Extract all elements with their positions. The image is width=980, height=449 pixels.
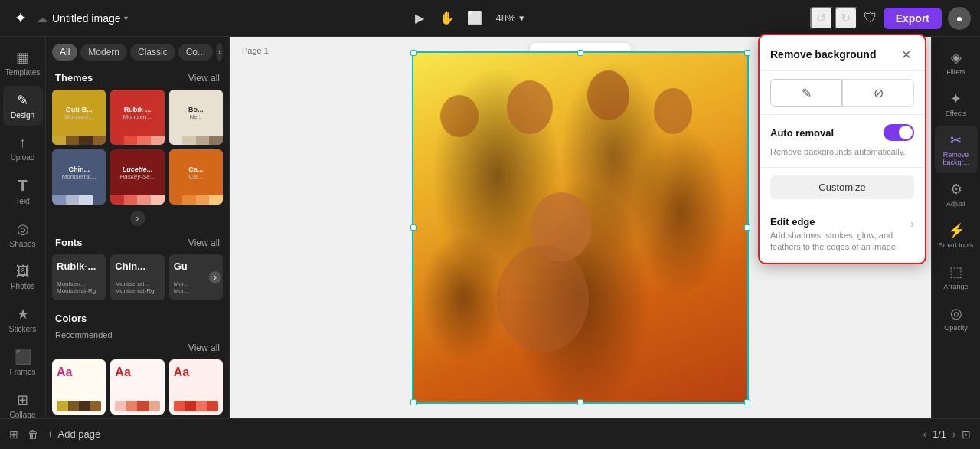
smart-tools-icon: ⚡: [948, 222, 965, 239]
add-page-btn[interactable]: + Add page: [47, 428, 100, 440]
theme-card-4[interactable]: Lucette... Haskey-Se...: [110, 149, 164, 205]
fit-icon[interactable]: ⊡: [962, 428, 971, 441]
auto-removal-toggle[interactable]: [884, 124, 914, 141]
filter-more-btn[interactable]: Co...: [178, 44, 213, 61]
filter-expand-btn[interactable]: ›: [216, 43, 223, 61]
bottom-trash-icon[interactable]: 🗑: [28, 428, 38, 441]
remove-bg-tab-erase[interactable]: ⊘: [842, 79, 914, 107]
sidebar-label-text: Text: [15, 197, 29, 205]
sidebar-item-templates[interactable]: ▦ Templates: [3, 43, 43, 83]
frame-tool-btn[interactable]: ⬜: [462, 6, 487, 31]
handle-top-left[interactable]: [410, 50, 416, 56]
filter-modern-btn[interactable]: Modern: [80, 44, 127, 61]
right-panel-opacity[interactable]: ◎ Opacity: [935, 299, 978, 339]
zoom-control[interactable]: 48% ▾: [490, 9, 531, 27]
theme-card-5[interactable]: Ca... Cle...: [169, 149, 223, 205]
right-panel-filters[interactable]: ◈ Filters: [935, 43, 978, 83]
auto-removal-header: Auto removal: [770, 124, 914, 141]
right-panel-arrange[interactable]: ⬚ Arrange: [935, 257, 978, 297]
handle-bottom-left[interactable]: [410, 399, 416, 405]
avatar[interactable]: ●: [948, 7, 971, 30]
filters-icon: ◈: [951, 49, 962, 66]
sidebar-label-collage: Collage: [10, 411, 36, 418]
remove-bg-panel-title: Remove background: [770, 48, 876, 61]
right-panel-smart-tools[interactable]: ⚡ Smart tools: [935, 216, 978, 256]
handle-bottom-right[interactable]: [744, 399, 750, 405]
page-label: Page 1: [242, 46, 269, 55]
handle-top-right[interactable]: [744, 50, 750, 56]
theme-card-1[interactable]: Rubik-... Montserr...: [110, 90, 164, 145]
handle-middle-left[interactable]: [410, 224, 416, 231]
customize-btn[interactable]: Customize: [770, 175, 914, 199]
sidebar-item-text[interactable]: T Text: [3, 171, 43, 211]
font-card-0[interactable]: Rubik-... Montserr... Montserrat-Rg: [52, 254, 106, 300]
hand-tool-btn[interactable]: ✋: [435, 6, 459, 31]
remove-bg-tab-edit[interactable]: ✎: [770, 79, 842, 107]
filter-classic-btn[interactable]: Classic: [130, 44, 175, 61]
filter-all-btn[interactable]: All: [52, 44, 77, 61]
handle-top-middle[interactable]: [577, 50, 583, 56]
right-panel-remove-bg[interactable]: ✂ Remove backgr...: [935, 126, 978, 174]
edit-edge-title: Edit edge: [770, 216, 910, 228]
theme-palette-5: [169, 195, 223, 205]
sidebar-item-upload[interactable]: ↑ Upload: [3, 129, 43, 168]
right-panel-effects[interactable]: ✦ Effects: [935, 84, 978, 124]
page-counter: 1/1: [933, 428, 946, 440]
themes-expand-btn[interactable]: ›: [130, 211, 145, 226]
colors-title: Colors: [55, 313, 87, 324]
theme-card-2[interactable]: Bo... Ne...: [169, 90, 223, 145]
shapes-icon: ◎: [17, 221, 29, 238]
colors-view-all[interactable]: View all: [188, 342, 220, 353]
add-page-label: Add page: [58, 428, 101, 440]
page-prev-btn[interactable]: ‹: [923, 429, 926, 440]
sidebar-item-collage[interactable]: ⊞ Collage: [3, 385, 43, 418]
sidebar-item-shapes[interactable]: ◎ Shapes: [3, 215, 43, 254]
bottom-grid-icon[interactable]: ⊞: [9, 428, 18, 441]
edit-edge-chevron-icon: ›: [910, 218, 914, 230]
sidebar-item-photos[interactable]: 🖼 Photos: [3, 257, 43, 297]
handle-bottom-middle[interactable]: [577, 399, 583, 405]
fonts-view-all[interactable]: View all: [188, 238, 220, 248]
page-next-btn[interactable]: ›: [952, 429, 956, 440]
theme-palette-1: [110, 136, 164, 145]
doc-title[interactable]: Untitled image ▾: [52, 12, 128, 25]
theme-card-3[interactable]: Chin... Montserrat...: [52, 149, 106, 205]
color-card-0[interactable]: Aa: [52, 359, 106, 415]
theme-card-0[interactable]: Guti-B... Montserr...: [52, 90, 106, 145]
sidebar-item-frames[interactable]: ⬛ Frames: [3, 342, 43, 382]
themes-header: Themes View all: [46, 66, 229, 87]
sidebar-label-shapes: Shapes: [10, 240, 36, 248]
select-tool-btn[interactable]: ▶: [407, 6, 432, 31]
bottom-bar: ⊞ 🗑 + Add page ‹ 1/1 › ⊡: [0, 418, 980, 449]
templates-icon: ▦: [16, 49, 29, 66]
sidebar-item-stickers[interactable]: ★ Stickers: [3, 300, 43, 339]
themes-view-all[interactable]: View all: [188, 73, 220, 84]
auto-removal-title: Auto removal: [770, 127, 834, 139]
sidebar-label-design: Design: [11, 111, 34, 120]
right-panel-adjust[interactable]: ⚙ Adjust: [935, 175, 978, 215]
export-btn[interactable]: Export: [884, 8, 942, 29]
app-logo[interactable]: ✦: [9, 8, 31, 29]
font-card-2[interactable]: Gu Mor... Mor... ›: [169, 254, 223, 300]
undo-btn[interactable]: ↺: [810, 7, 833, 30]
color-card-2[interactable]: Aa: [169, 359, 223, 415]
color-card-1[interactable]: Aa: [110, 359, 164, 415]
smart-tools-label: Smart tools: [939, 241, 974, 250]
colors-header: Colors: [46, 306, 229, 327]
edit-edge-section[interactable]: Edit edge Add shadows, strokes, glow, an…: [760, 207, 925, 263]
stickers-icon: ★: [17, 306, 29, 323]
right-panel: ◈ Filters ✦ Effects ✂ Remove backgr... ⚙…: [931, 37, 980, 418]
sidebar-label-frames: Frames: [10, 368, 36, 376]
recommended-label: Recommended: [46, 327, 229, 342]
redo-btn[interactable]: ↻: [835, 7, 858, 30]
font-card-1[interactable]: Chin... Montserrat... Montserrat-Rg: [110, 254, 164, 300]
handle-middle-right[interactable]: [744, 224, 750, 231]
fonts-title: Fonts: [55, 237, 82, 248]
canvas-frame: [412, 51, 749, 404]
sidebar-item-design[interactable]: ✎ Design: [3, 86, 43, 126]
topbar-right: ↺ ↻ 🛡 Export ●: [810, 7, 971, 30]
remove-bg-close-btn[interactable]: ✕: [897, 46, 914, 63]
adjust-label: Adjust: [946, 200, 965, 208]
theme-palette-3: [52, 195, 106, 205]
doc-info: ☁ Untitled image ▾: [37, 12, 128, 25]
